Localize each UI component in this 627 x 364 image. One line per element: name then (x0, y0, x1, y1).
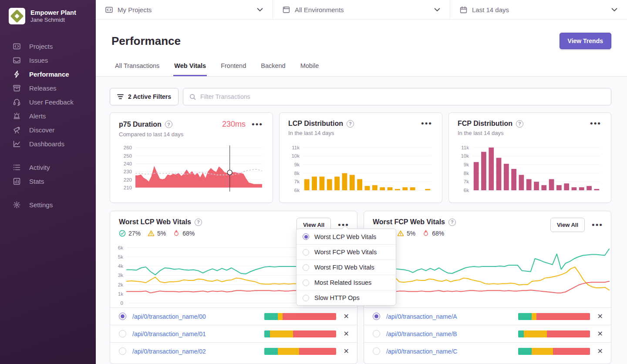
transaction-link[interactable]: /api/0/transaction_name/C (386, 348, 457, 355)
svg-text:7k: 7k (294, 179, 300, 184)
org-logo (9, 8, 25, 24)
sidebar-item-settings[interactable]: Settings (0, 198, 96, 212)
search-input[interactable] (200, 93, 605, 100)
close-icon[interactable]: ✕ (597, 330, 603, 337)
chevron-down-icon (611, 8, 617, 12)
vitals-breakdown-bar (518, 313, 590, 320)
poor-stat: 68% (173, 230, 195, 237)
svg-text:3k: 3k (118, 273, 123, 278)
issues-icon (13, 56, 20, 64)
svg-text:4k: 4k (118, 263, 123, 269)
svg-text:9k: 9k (464, 162, 469, 167)
sidebar-item-issues[interactable]: Issues (0, 53, 96, 67)
sidebar-item-projects[interactable]: Projects (0, 39, 96, 53)
environments-icon (283, 6, 290, 13)
row-radio[interactable] (119, 313, 126, 320)
ellipsis-menu-icon[interactable]: ••• (420, 121, 433, 127)
sidebar-item-label: Releases (29, 84, 57, 92)
svg-text:8k: 8k (464, 171, 469, 176)
close-icon[interactable]: ✕ (344, 330, 349, 337)
org-switcher[interactable]: Empower Plant Jane Schmidt (0, 8, 96, 24)
sidebar-item-releases[interactable]: Releases (0, 81, 96, 95)
help-icon[interactable]: ? (195, 219, 202, 226)
view-all-button[interactable]: View All (550, 218, 585, 232)
transaction-link[interactable]: /api/0/transaction_name/A (386, 313, 457, 320)
svg-text:240: 240 (124, 161, 132, 166)
row-radio[interactable] (373, 330, 380, 337)
org-name: Empower Plant (30, 9, 76, 17)
tab-frontend[interactable]: Frontend (220, 60, 247, 76)
view-trends-button[interactable]: View Trends (560, 33, 611, 49)
sidebar-item-stats[interactable]: Stats (0, 174, 96, 188)
activity-icon (13, 163, 20, 171)
dashboards-icon (13, 140, 20, 148)
sidebar-item-discover[interactable]: Discover (0, 123, 96, 137)
row-radio[interactable] (119, 330, 126, 337)
vitals-breakdown-bar (264, 348, 336, 355)
menu-item-slow-http-ops[interactable]: Slow HTTP Ops (297, 290, 396, 305)
active-filters-button[interactable]: 2 Active Filters (110, 88, 179, 105)
close-icon[interactable]: ✕ (597, 348, 603, 355)
lcp-distribution-card: LCP Distribution? ••• In the last 14 day… (279, 112, 442, 203)
close-icon[interactable]: ✕ (597, 313, 603, 320)
lcp-distribution-chart: 11k10k9k8k7k6k (288, 142, 433, 195)
project-selector-label: My Projects (118, 6, 152, 13)
projects-icon (13, 42, 20, 50)
sidebar-item-user-feedback[interactable]: User Feedback (0, 95, 96, 109)
menu-item-worst-fcp[interactable]: Worst FCP Web Vitals (297, 244, 396, 260)
svg-text:250: 250 (124, 153, 132, 158)
meh-stat: 5% (397, 230, 415, 237)
releases-icon (13, 84, 20, 92)
card-title: Worst FCP Web Vitals (373, 218, 445, 226)
radio-icon (303, 295, 309, 301)
environment-selector[interactable]: All Environments (273, 0, 450, 19)
menu-item-worst-lcp[interactable]: Worst LCP Web Vitals (297, 229, 396, 244)
help-icon[interactable]: ? (448, 219, 456, 226)
help-icon[interactable]: ? (347, 120, 354, 128)
svg-text:2k: 2k (118, 282, 123, 287)
settings-icon (13, 201, 20, 209)
transaction-link[interactable]: /api/0/transaction_name/B (386, 330, 457, 337)
performance-icon (13, 70, 20, 78)
help-icon[interactable]: ? (516, 120, 523, 128)
card-title: FCP Distribution (458, 120, 512, 128)
p75-duration-card: p75 Duration? 230ms ••• Compared to last… (110, 112, 273, 203)
check-circle-icon (119, 230, 126, 237)
alerts-icon (13, 112, 20, 120)
ellipsis-menu-icon[interactable]: ••• (589, 121, 602, 127)
sidebar-item-alerts[interactable]: Alerts (0, 109, 96, 123)
vitals-breakdown-bar (518, 348, 590, 355)
page-title: Performance (111, 34, 181, 48)
tab-backend[interactable]: Backend (260, 60, 286, 76)
menu-item-worst-fid[interactable]: Worst FID Web Vitals (297, 260, 396, 275)
row-radio[interactable] (373, 347, 380, 355)
tab-web-vitals[interactable]: Web Vitals (173, 60, 207, 76)
menu-item-most-related-issues[interactable]: Most Related Issues (297, 275, 396, 290)
date-range-label: Last 14 days (472, 6, 509, 13)
ellipsis-menu-icon[interactable]: ••• (251, 121, 264, 128)
card-subtitle: In the last 14 days (288, 130, 433, 136)
sidebar-item-activity[interactable]: Activity (0, 160, 96, 174)
project-selector[interactable]: My Projects (96, 0, 273, 19)
transaction-link[interactable]: /api/0/transaction_name/01 (132, 330, 206, 337)
sidebar-item-performance[interactable]: Performance (0, 67, 96, 81)
close-icon[interactable]: ✕ (344, 348, 349, 355)
table-row: /api/0/transaction_name/01 ✕ (110, 325, 357, 342)
sidebar-item-dashboards[interactable]: Dashboards (0, 137, 96, 151)
sidebar-item-label: Activity (29, 164, 50, 171)
tab-mobile[interactable]: Mobile (300, 60, 320, 76)
tab-all-transactions[interactable]: All Transactions (114, 60, 160, 76)
sidebar-item-label: Dashboards (29, 140, 64, 148)
row-radio[interactable] (373, 313, 380, 320)
ellipsis-menu-icon[interactable]: ••• (591, 222, 604, 228)
sidebar-item-label: Alerts (29, 112, 46, 120)
help-icon[interactable]: ? (165, 121, 172, 128)
svg-text:11k: 11k (461, 145, 469, 150)
transaction-link[interactable]: /api/0/transaction_name/00 (132, 313, 206, 320)
transaction-link[interactable]: /api/0/transaction_name/02 (132, 348, 206, 355)
worst-fcp-vitals-card: Worst FCP Web Vitals? 5% 68% View All ••… (364, 211, 611, 364)
table-row: /api/0/transaction_name/A ✕ (364, 307, 611, 325)
close-icon[interactable]: ✕ (344, 313, 349, 320)
date-range-selector[interactable]: Last 14 days (450, 0, 627, 19)
row-radio[interactable] (119, 347, 126, 355)
